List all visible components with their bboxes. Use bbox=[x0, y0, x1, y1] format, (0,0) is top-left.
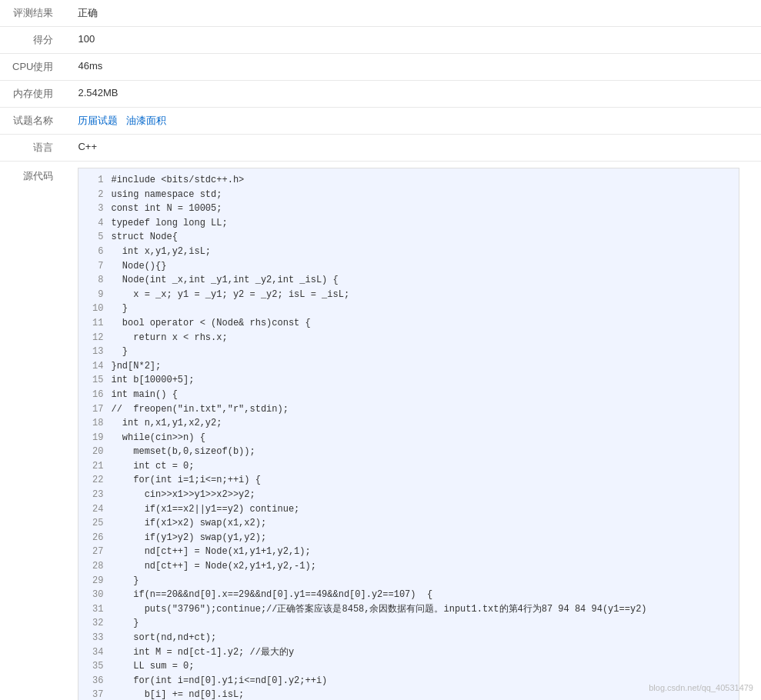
code-line: 6 int x,y1,y2,isL; bbox=[78, 245, 739, 259]
result-row: 评测结果 正确 bbox=[0, 0, 761, 27]
code-line: 17// freopen("in.txt","r",stdin); bbox=[78, 402, 739, 417]
code-line: 34 int M = nd[ct-1].y2; //最大的y bbox=[78, 645, 739, 660]
code-line: 19 while(cin>>n) { bbox=[78, 431, 739, 445]
line-number: 24 bbox=[82, 502, 103, 517]
source-label: 源代码 bbox=[0, 162, 65, 701]
line-number: 33 bbox=[82, 631, 103, 645]
line-code: sort(nd,nd+ct); bbox=[111, 631, 216, 645]
line-code: Node(int _x,int _y1,int _y2,int _isL) { bbox=[111, 273, 338, 288]
line-number: 10 bbox=[82, 302, 103, 316]
code-line: 37 b[i] += nd[0].isL; bbox=[78, 688, 739, 700]
line-code: if(x1>x2) swap(x1,x2); bbox=[111, 516, 266, 531]
line-code: b[i] += nd[0].isL; bbox=[111, 688, 244, 700]
code-line: 9 x = _x; y1 = _y1; y2 = _y2; isL = _isL… bbox=[78, 288, 739, 302]
line-code: LL sum = 0; bbox=[111, 659, 194, 674]
line-code: Node(){} bbox=[111, 259, 166, 274]
code-line: 16int main() { bbox=[78, 388, 739, 402]
line-code: if(x1==x2||y1==y2) continue; bbox=[111, 502, 299, 517]
code-line: 14}nd[N*2]; bbox=[78, 359, 739, 374]
line-code: if(y1>y2) swap(y1,y2); bbox=[111, 531, 266, 545]
line-number: 14 bbox=[82, 359, 103, 374]
source-row: 源代码 1#include <bits/stdc++.h>2using name… bbox=[0, 162, 761, 701]
code-line: 29 } bbox=[78, 574, 739, 588]
line-code: puts("3796");continue;//正确答案应该是8458,余因数据… bbox=[111, 602, 646, 617]
line-number: 19 bbox=[82, 431, 103, 445]
code-line: 21 int ct = 0; bbox=[78, 459, 739, 474]
code-line: 8 Node(int _x,int _y1,int _y2,int _isL) … bbox=[78, 273, 739, 288]
result-label: 评测结果 bbox=[0, 0, 65, 27]
code-line: 1#include <bits/stdc++.h> bbox=[78, 173, 739, 188]
code-line: 36 for(int i=nd[0].y1;i<=nd[0].y2;++i) bbox=[78, 674, 739, 688]
code-line: 27 nd[ct++] = Node(x1,y1+1,y2,1); bbox=[78, 545, 739, 559]
code-line: 23 cin>>x1>>y1>>x2>>y2; bbox=[78, 488, 739, 502]
line-number: 31 bbox=[82, 602, 103, 617]
result-value: 正确 bbox=[65, 0, 761, 27]
line-code: x = _x; y1 = _y1; y2 = _y2; isL = _isL; bbox=[111, 288, 349, 302]
line-number: 22 bbox=[82, 473, 103, 488]
memory-row: 内存使用 2.542MB bbox=[0, 81, 761, 108]
problem-label: 试题名称 bbox=[0, 108, 65, 135]
problem-link1[interactable]: 历届试题 bbox=[78, 115, 118, 126]
line-number: 5 bbox=[82, 230, 103, 245]
line-code: } bbox=[111, 345, 128, 359]
score-row: 得分 100 bbox=[0, 27, 761, 54]
line-number: 36 bbox=[82, 674, 103, 688]
cpu-label: CPU使用 bbox=[0, 54, 65, 81]
code-line: 11 bool operator < (Node& rhs)const { bbox=[78, 316, 739, 331]
line-code: cin>>x1>>y1>>x2>>y2; bbox=[111, 488, 255, 502]
line-number: 18 bbox=[82, 416, 103, 431]
line-number: 26 bbox=[82, 531, 103, 545]
line-code: typedef long long LL; bbox=[111, 216, 227, 231]
code-line: 4typedef long long LL; bbox=[78, 216, 739, 231]
code-line: 31 puts("3796");continue;//正确答案应该是8458,余… bbox=[78, 602, 739, 617]
line-number: 2 bbox=[82, 188, 103, 202]
line-number: 17 bbox=[82, 402, 103, 417]
line-number: 1 bbox=[82, 173, 103, 188]
line-code: using namespace std; bbox=[111, 188, 222, 202]
code-line: 35 LL sum = 0; bbox=[78, 659, 739, 674]
code-line: 18 int n,x1,y1,x2,y2; bbox=[78, 416, 739, 431]
line-code: int ct = 0; bbox=[111, 459, 194, 474]
line-number: 37 bbox=[82, 688, 103, 700]
line-code: int x,y1,y2,isL; bbox=[111, 245, 211, 259]
line-code: return x < rhs.x; bbox=[111, 331, 227, 345]
code-line: 30 if(n==20&&nd[0].x==29&&nd[0].y1==49&&… bbox=[78, 588, 739, 602]
line-code: if(n==20&&nd[0].x==29&&nd[0].y1==49&&nd[… bbox=[111, 588, 432, 602]
line-code: struct Node{ bbox=[111, 230, 177, 245]
line-number: 8 bbox=[82, 273, 103, 288]
line-code: int main() { bbox=[111, 388, 177, 402]
problem-link2[interactable]: 油漆面积 bbox=[126, 115, 166, 126]
line-number: 13 bbox=[82, 345, 103, 359]
cpu-row: CPU使用 46ms bbox=[0, 54, 761, 81]
code-line: 3const int N = 10005; bbox=[78, 202, 739, 216]
language-label: 语言 bbox=[0, 135, 65, 162]
line-code: } bbox=[111, 574, 139, 588]
line-code: int b[10000+5]; bbox=[111, 373, 194, 388]
line-number: 29 bbox=[82, 574, 103, 588]
problem-row: 试题名称 历届试题 油漆面积 bbox=[0, 108, 761, 135]
code-line: 26 if(y1>y2) swap(y1,y2); bbox=[78, 531, 739, 545]
line-number: 9 bbox=[82, 288, 103, 302]
code-line: 28 nd[ct++] = Node(x2,y1+1,y2,-1); bbox=[78, 559, 739, 574]
line-number: 27 bbox=[82, 545, 103, 559]
watermark: blog.csdn.net/qq_40531479 bbox=[649, 683, 753, 692]
code-line: 15int b[10000+5]; bbox=[78, 373, 739, 388]
line-code: while(cin>>n) { bbox=[111, 431, 205, 445]
line-code: const int N = 10005; bbox=[111, 202, 222, 216]
code-line: 13 } bbox=[78, 345, 739, 359]
code-line: 22 for(int i=1;i<=n;++i) { bbox=[78, 473, 739, 488]
line-number: 28 bbox=[82, 559, 103, 574]
code-line: 12 return x < rhs.x; bbox=[78, 331, 739, 345]
code-line: 7 Node(){} bbox=[78, 259, 739, 274]
line-code: nd[ct++] = Node(x1,y1+1,y2,1); bbox=[111, 545, 310, 559]
line-code: bool operator < (Node& rhs)const { bbox=[111, 316, 310, 331]
line-number: 12 bbox=[82, 331, 103, 345]
cpu-value: 46ms bbox=[65, 54, 761, 81]
memory-value: 2.542MB bbox=[65, 81, 761, 108]
line-code: for(int i=1;i<=n;++i) { bbox=[111, 473, 260, 488]
source-value: 1#include <bits/stdc++.h>2using namespac… bbox=[65, 162, 761, 701]
line-number: 35 bbox=[82, 659, 103, 674]
line-code: }nd[N*2]; bbox=[111, 359, 161, 374]
line-code: #include <bits/stdc++.h> bbox=[111, 173, 244, 188]
code-line: 5struct Node{ bbox=[78, 230, 739, 245]
